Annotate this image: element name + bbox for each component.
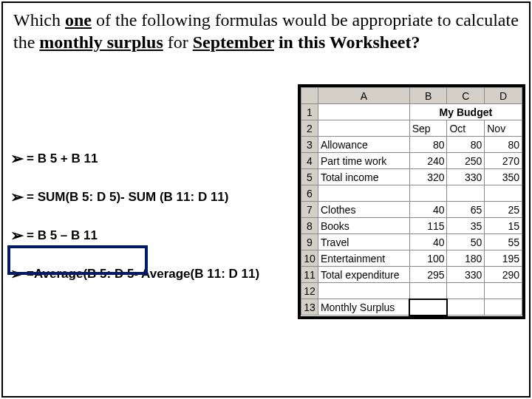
cell: 350 [485, 169, 522, 185]
cell: 100 [409, 250, 447, 267]
corner-cell [301, 88, 318, 104]
question-one: one [65, 10, 92, 30]
spreadsheet-container: A B C D 1 My Budget 2 Sep Oct Nov 3 Allo… [298, 84, 525, 319]
row-header: 10 [301, 250, 318, 267]
cell: 320 [409, 169, 447, 185]
cell: Nov [485, 120, 522, 137]
cell [485, 299, 522, 316]
col-header-D: D [485, 88, 522, 104]
row-header: 3 [301, 137, 318, 153]
row-header: 8 [301, 218, 318, 234]
cell [447, 185, 485, 202]
question-september: September [193, 33, 274, 52]
cell [485, 185, 522, 202]
table-row: 4 Part time work 240 250 270 [301, 153, 522, 169]
question-text: Which one of the following formulas woul… [3, 3, 529, 53]
cell: Books [318, 218, 409, 234]
cell: 330 [447, 267, 485, 283]
table-row: 10 Entertainment 100 180 195 [301, 250, 522, 267]
cell [318, 104, 409, 120]
bullet-arrow-icon: ➢ [10, 151, 24, 167]
cell: Clothes [318, 202, 409, 218]
row-header: 7 [301, 202, 318, 218]
row-header: 4 [301, 153, 318, 169]
option-a[interactable]: ➢ = B 5 + B 11 [10, 151, 291, 167]
question-mid2: for [163, 33, 193, 52]
cell [485, 283, 522, 299]
option-b[interactable]: ➢ = SUM(B 5: D 5)- SUM (B 11: D 11) [10, 189, 291, 205]
cell [409, 283, 447, 299]
table-row: 13 Monthly Surplus [301, 299, 522, 316]
table-row: 2 Sep Oct Nov [301, 120, 522, 137]
cell: Allowance [318, 137, 409, 153]
cell: 50 [447, 234, 485, 250]
cell: 80 [485, 137, 522, 153]
table-row: 12 [301, 283, 522, 299]
cell: 195 [485, 250, 522, 267]
cell: Oct [447, 120, 485, 137]
row-header: 6 [301, 185, 318, 202]
cell [447, 283, 485, 299]
table-row: 1 My Budget [301, 104, 522, 120]
question-prefix: Which [13, 10, 65, 30]
col-header-A: A [318, 88, 409, 104]
table-row: 7 Clothes 40 65 25 [301, 202, 522, 218]
cell: Entertainment [318, 250, 409, 267]
col-header-B: B [409, 88, 447, 104]
cell: 295 [409, 267, 447, 283]
cell: 80 [409, 137, 447, 153]
cell: Total expenditure [318, 267, 409, 283]
cell: Total income [318, 169, 409, 185]
cell [318, 185, 409, 202]
option-c-text: = B 5 – B 11 [27, 228, 98, 243]
option-a-text: = B 5 + B 11 [27, 151, 98, 166]
table-row: 5 Total income 320 330 350 [301, 169, 522, 185]
row-header: 11 [301, 267, 318, 283]
bullet-arrow-icon: ➢ [10, 228, 24, 244]
cell: 55 [485, 234, 522, 250]
col-header-C: C [447, 88, 485, 104]
selected-cell[interactable] [409, 299, 447, 316]
cell: 330 [447, 169, 485, 185]
correct-answer-box [7, 245, 148, 275]
table-row: 6 [301, 185, 522, 202]
cell: 80 [447, 137, 485, 153]
row-header: 5 [301, 169, 318, 185]
row-header: 9 [301, 234, 318, 250]
cell: 25 [485, 202, 522, 218]
cell: 15 [485, 218, 522, 234]
cell [318, 120, 409, 137]
row-header: 13 [301, 299, 318, 316]
row-header: 12 [301, 283, 318, 299]
cell: Part time work [318, 153, 409, 169]
cell [318, 283, 409, 299]
budget-title: My Budget [409, 104, 522, 120]
cell [447, 299, 485, 316]
cell: 35 [447, 218, 485, 234]
cell: Sep [409, 120, 447, 137]
cell: 40 [409, 202, 447, 218]
cell: 250 [447, 153, 485, 169]
table-row: 9 Travel 40 50 55 [301, 234, 522, 250]
cell: 180 [447, 250, 485, 267]
row-header: 1 [301, 104, 318, 120]
column-header-row: A B C D [301, 88, 522, 104]
table-row: 3 Allowance 80 80 80 [301, 137, 522, 153]
slide-frame: Which one of the following formulas woul… [1, 1, 531, 398]
cell: 270 [485, 153, 522, 169]
cell: 40 [409, 234, 447, 250]
bullet-arrow-icon: ➢ [10, 189, 24, 205]
answer-options: ➢ = B 5 + B 11 ➢ = SUM(B 5: D 5)- SUM (B… [10, 151, 291, 304]
cell: 115 [409, 218, 447, 234]
spreadsheet: A B C D 1 My Budget 2 Sep Oct Nov 3 Allo… [301, 87, 522, 316]
cell: 65 [447, 202, 485, 218]
question-suffix: in this Worksheet? [274, 33, 420, 52]
option-c[interactable]: ➢ = B 5 – B 11 [10, 228, 291, 244]
row-header: 2 [301, 120, 318, 137]
option-b-text: = SUM(B 5: D 5)- SUM (B 11: D 11) [27, 190, 228, 205]
cell: Travel [318, 234, 409, 250]
table-row: 8 Books 115 35 15 [301, 218, 522, 234]
cell [409, 185, 447, 202]
question-monthly-surplus: monthly surplus [39, 33, 163, 52]
table-row: 11 Total expenditure 295 330 290 [301, 267, 522, 283]
